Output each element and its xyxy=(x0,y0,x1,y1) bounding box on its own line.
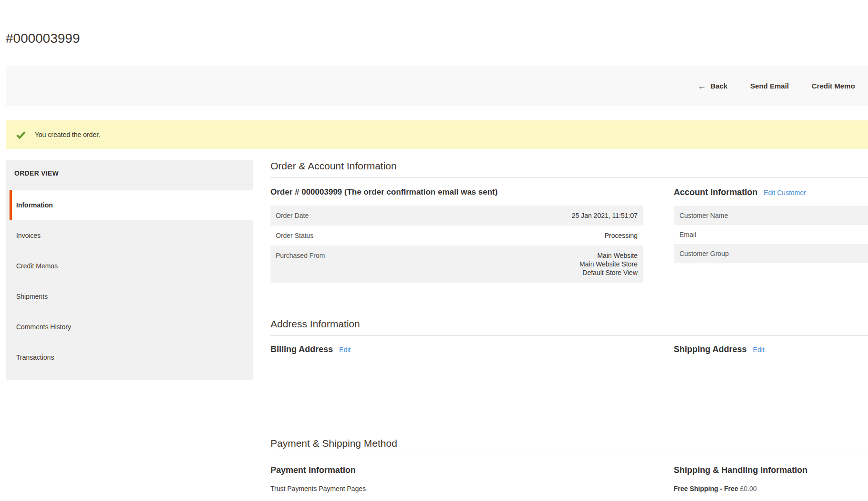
order-account-section: Order & Account Information Order # 0000… xyxy=(270,160,868,283)
payment-information-column: Payment Information Trust Payments Payme… xyxy=(270,465,643,492)
shipping-handling-column: Shipping & Handling Information Free Shi… xyxy=(674,465,868,492)
billing-address-title: Billing Address xyxy=(270,344,333,354)
shipping-address-column: Shipping Address Edit xyxy=(674,344,868,437)
toolbar-actions: ← Back Send Email Credit Memo xyxy=(698,66,855,106)
account-information-column: Account Information Edit Customer Custom… xyxy=(674,187,868,283)
page-actions-toolbar: ← Back Send Email Credit Memo xyxy=(6,66,868,106)
order-view-sidebar: ORDER VIEW Information Invoices Credit M… xyxy=(6,160,253,380)
edit-customer-link[interactable]: Edit Customer xyxy=(764,189,806,196)
sidebar-item-transactions[interactable]: Transactions xyxy=(6,342,253,373)
purchased-from-line: Main Website xyxy=(439,251,638,260)
payment-shipping-section-title: Payment & Shipping Method xyxy=(270,437,868,455)
payment-information-title: Payment Information xyxy=(270,465,643,475)
credit-memo-button-label: Credit Memo xyxy=(812,82,855,90)
sidebar-item-comments-history[interactable]: Comments History xyxy=(6,312,253,342)
payment-method-text: Trust Payments Payment Pages xyxy=(270,485,643,492)
send-email-button-label: Send Email xyxy=(750,82,789,90)
order-info-table: Order Date 25 Jan 2021, 11:51:07 Order S… xyxy=(270,206,643,283)
success-message-banner: You created the order. xyxy=(6,120,868,149)
email-label: Email xyxy=(674,225,868,244)
table-row: Email xyxy=(674,225,868,244)
order-information-column: Order # 000003999 (The order confirmatio… xyxy=(270,187,643,283)
page-title: #000003999 xyxy=(6,30,868,47)
shipping-handling-title: Shipping & Handling Information xyxy=(674,465,868,475)
address-section-title: Address Information xyxy=(270,318,868,336)
billing-address-edit-link[interactable]: Edit xyxy=(339,346,350,354)
order-status-value: Processing xyxy=(434,226,643,246)
billing-address-column: Billing Address Edit xyxy=(270,344,643,437)
order-account-section-title: Order & Account Information xyxy=(270,160,868,178)
table-row: Customer Name xyxy=(674,206,868,225)
shipping-method-amount: £0.00 xyxy=(740,485,757,492)
shipping-address-edit-link[interactable]: Edit xyxy=(753,346,764,354)
purchased-from-value: Main Website Main Website Store Default … xyxy=(434,246,643,283)
table-row: Purchased From Main Website Main Website… xyxy=(270,246,643,283)
credit-memo-button[interactable]: Credit Memo xyxy=(812,82,855,90)
back-button-label: Back xyxy=(710,82,728,90)
order-date-value: 25 Jan 2021, 11:51:07 xyxy=(434,206,643,226)
back-button[interactable]: ← Back xyxy=(698,82,728,90)
purchased-from-line: Default Store View xyxy=(439,268,638,277)
payment-shipping-section: Payment & Shipping Method Payment Inform… xyxy=(270,437,868,492)
account-information-title: Account Information xyxy=(674,187,758,197)
success-check-icon xyxy=(16,129,26,140)
order-date-label: Order Date xyxy=(270,206,434,226)
purchased-from-label: Purchased From xyxy=(270,246,434,283)
sidebar-header: ORDER VIEW xyxy=(6,160,253,185)
shipping-address-title: Shipping Address xyxy=(674,344,747,354)
back-arrow-icon: ← xyxy=(698,82,706,90)
sidebar-item-invoices[interactable]: Invoices xyxy=(6,220,253,251)
send-email-button[interactable]: Send Email xyxy=(750,82,789,90)
purchased-from-line: Main Website Store xyxy=(439,260,638,268)
table-row: Order Status Processing xyxy=(270,226,643,246)
account-info-table: Customer Name Email Customer Group xyxy=(674,206,868,263)
success-message-text: You created the order. xyxy=(35,131,100,138)
order-number-title: Order # 000003999 (The order confirmatio… xyxy=(270,187,643,197)
table-row: Order Date 25 Jan 2021, 11:51:07 xyxy=(270,206,643,226)
customer-name-label: Customer Name xyxy=(674,206,868,225)
sidebar-nav: Information Invoices Credit Memos Shipme… xyxy=(6,185,253,373)
shipping-method-name: Free Shipping - Free xyxy=(674,485,738,492)
sidebar-item-shipments[interactable]: Shipments xyxy=(6,281,253,312)
address-information-section: Address Information Billing Address Edit… xyxy=(270,318,868,437)
sidebar-item-credit-memos[interactable]: Credit Memos xyxy=(6,251,253,281)
customer-group-label: Customer Group xyxy=(674,244,868,263)
table-row: Customer Group xyxy=(674,244,868,263)
sidebar-item-information[interactable]: Information xyxy=(10,190,253,220)
shipping-method-text: Free Shipping - Free £0.00 xyxy=(674,485,868,492)
order-status-label: Order Status xyxy=(270,226,434,246)
